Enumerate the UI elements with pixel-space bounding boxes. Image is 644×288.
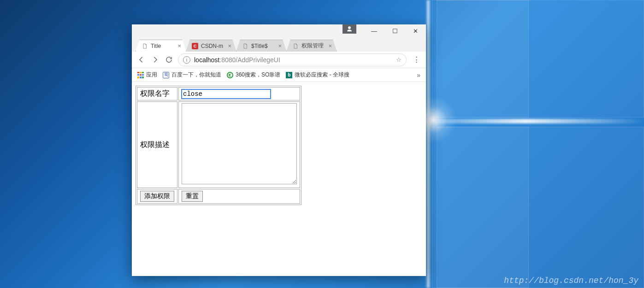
name-label-cell: 权限名字 bbox=[137, 87, 177, 100]
tab-strip: Title × C CSDN-m × $Title$ × 权限管理 × bbox=[132, 38, 426, 52]
page-icon bbox=[142, 43, 148, 49]
page-icon bbox=[242, 43, 248, 49]
tab-label: CSDN-m bbox=[201, 43, 228, 49]
tab-close-icon[interactable]: × bbox=[228, 42, 231, 49]
page-icon bbox=[292, 43, 299, 49]
nav-reload-button[interactable] bbox=[162, 53, 175, 66]
window-titlebar: — ☐ ✕ bbox=[132, 24, 426, 38]
tab-label: Title bbox=[151, 43, 177, 49]
apps-grid-icon bbox=[137, 72, 144, 78]
browser-tab-title[interactable]: Title × bbox=[136, 40, 186, 52]
add-privilege-button[interactable]: 添加权限 bbox=[140, 191, 174, 202]
bookmark-label: 360搜索，SO靠谱 bbox=[236, 71, 280, 79]
baidu-icon: 蜀 bbox=[163, 72, 169, 78]
csdn-icon: C bbox=[192, 43, 198, 49]
reset-button[interactable]: 重置 bbox=[182, 191, 203, 202]
desc-label-cell: 权限描述 bbox=[137, 101, 177, 188]
chrome-browser-window: — ☐ ✕ Title × C CSDN-m × $Title$ × 权限管理 … bbox=[132, 24, 426, 276]
window-minimize-button[interactable]: — bbox=[364, 24, 384, 37]
privilege-form-table: 权限名字 权限描述 添加权限 重置 bbox=[136, 86, 301, 205]
url-input[interactable]: i localhost:8080/AddPrivilegeUI ☆ bbox=[178, 53, 407, 66]
window-close-button[interactable]: ✕ bbox=[405, 24, 426, 37]
watermark-text: http://blog.csdn.net/hon_3y bbox=[504, 276, 638, 285]
privilege-desc-textarea[interactable] bbox=[182, 103, 297, 184]
tab-close-icon[interactable]: × bbox=[328, 42, 332, 49]
tab-close-icon[interactable]: × bbox=[177, 42, 181, 49]
nav-back-button[interactable] bbox=[135, 53, 148, 66]
so360-icon bbox=[227, 72, 233, 78]
bookmark-star-icon[interactable]: ☆ bbox=[396, 56, 402, 63]
bookmark-label: 微软必应搜索 - 全球搜 bbox=[295, 71, 349, 79]
bookmarks-overflow-button[interactable]: » bbox=[414, 71, 423, 79]
tab-close-icon[interactable]: × bbox=[278, 42, 282, 49]
window-maximize-button[interactable]: ☐ bbox=[384, 24, 405, 37]
browser-tab-privilege[interactable]: 权限管理 × bbox=[286, 40, 337, 52]
bookmarks-bar: 应用 蜀 百度一下，你就知道 360搜索，SO靠谱 b 微软必应搜索 - 全球搜… bbox=[132, 68, 426, 82]
bookmark-bing[interactable]: b 微软必应搜索 - 全球搜 bbox=[283, 70, 352, 81]
page-content: 权限名字 权限描述 添加权限 重置 bbox=[132, 82, 426, 276]
url-text: localhost:8080/AddPrivilegeUI bbox=[194, 56, 280, 64]
browser-tab-title2[interactable]: $Title$ × bbox=[236, 40, 287, 52]
submit-cell: 添加权限 bbox=[137, 189, 177, 204]
bing-icon: b bbox=[286, 72, 292, 78]
chrome-menu-button[interactable]: ⋮ bbox=[409, 53, 423, 66]
bookmark-label: 应用 bbox=[146, 71, 157, 79]
address-bar: i localhost:8080/AddPrivilegeUI ☆ ⋮ bbox=[132, 52, 426, 68]
bookmark-360[interactable]: 360搜索，SO靠谱 bbox=[224, 70, 283, 81]
browser-tab-csdn[interactable]: C CSDN-m × bbox=[186, 40, 236, 52]
site-info-icon[interactable]: i bbox=[183, 56, 190, 64]
incognito-avatar-icon[interactable] bbox=[343, 24, 356, 34]
tab-label: $Title$ bbox=[251, 43, 278, 49]
name-input-cell bbox=[178, 87, 300, 100]
bookmark-baidu[interactable]: 蜀 百度一下，你就知道 bbox=[160, 70, 224, 81]
nav-forward-button[interactable] bbox=[148, 53, 161, 66]
privilege-name-input[interactable] bbox=[182, 89, 271, 99]
bookmark-label: 百度一下，你就知道 bbox=[171, 71, 221, 79]
reset-cell: 重置 bbox=[178, 189, 300, 204]
desc-input-cell bbox=[178, 101, 300, 188]
tab-label: 权限管理 bbox=[301, 42, 328, 50]
bookmark-apps[interactable]: 应用 bbox=[135, 70, 160, 81]
